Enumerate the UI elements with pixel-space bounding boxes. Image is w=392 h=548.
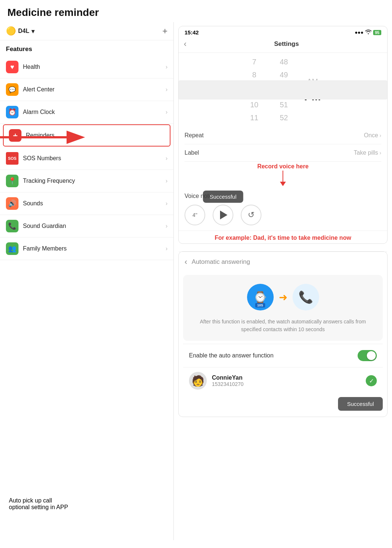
nav-bar-settings: ‹ Settings — [179, 37, 387, 53]
family-icon: 👥 — [6, 242, 18, 255]
brand-icon: 🟡 — [6, 26, 16, 36]
watch-circle: ⌚ 10S — [247, 284, 274, 310]
right-panel: 15:42 ●●● 95 ‹ Settings 6 — [174, 22, 392, 540]
back-button[interactable]: ‹ — [184, 39, 186, 49]
sounds-icon: 🔊 — [6, 197, 18, 210]
time-picker[interactable]: 6 7 8 9 10 11 12 47 48 49 50 51 52 53 — [179, 53, 387, 127]
picker-min-47[interactable]: 47 — [275, 53, 293, 56]
repeat-chevron-icon: › — [379, 132, 381, 138]
chevron-right-icon: › — [166, 155, 168, 162]
picker-min-53[interactable]: 53 — [275, 124, 293, 127]
status-icons: ●●● 95 — [355, 29, 381, 36]
picker-hour-6[interactable]: 6 — [245, 53, 264, 56]
sound-guardian-icon: 📞 — [6, 220, 18, 232]
auto-back-button[interactable]: ‹ — [185, 257, 187, 267]
add-button[interactable]: + — [162, 26, 168, 36]
sos-label: SOS Numbers — [23, 155, 166, 162]
left-panel: 🟡 D4L ▾ + Features ♥ Health › 💬 Alert Ce… — [0, 22, 174, 540]
watch-icon: ⌚ 10S — [247, 284, 274, 310]
picker-hour-9[interactable]: 9 — [245, 81, 264, 98]
repeat-label: Repeat — [185, 132, 364, 139]
picker-hour-7[interactable]: 7 — [245, 56, 264, 68]
watch-10s-label: 10S — [255, 303, 265, 307]
chevron-right-icon: › — [166, 200, 168, 207]
sidebar-item-sound-guardian[interactable]: 📞 Sound Guardian › — [0, 215, 173, 238]
picker-min-52[interactable]: 52 — [275, 111, 293, 124]
chevron-right-icon: › — [166, 223, 168, 229]
bottom-toast-area: Successful — [183, 397, 383, 411]
phone-call-emoji: 📞 — [298, 290, 313, 304]
alert-label: Alert Center — [23, 86, 166, 93]
sidebar-item-family-members[interactable]: 👥 Family Members › — [0, 238, 173, 260]
voice-note-section: Voice note 4'' Successful ↺ — [179, 188, 387, 231]
repeat-row[interactable]: Repeat Once › — [185, 127, 381, 144]
settings-phone-section: 15:42 ●●● 95 ‹ Settings 6 — [178, 26, 388, 244]
voice-reset-button[interactable]: ↺ — [241, 205, 261, 225]
chevron-right-icon: › — [166, 178, 168, 184]
features-heading: Features — [0, 40, 173, 56]
status-bar: 15:42 ●●● 95 — [179, 26, 387, 37]
contact-info: ConnieYan 15323410270 — [212, 374, 366, 387]
health-icon: ♥ — [6, 61, 18, 73]
ampm-picker-col[interactable]: AM PM — [304, 75, 321, 105]
record-annotation-text: Record voice here — [185, 163, 381, 170]
sidebar-item-alert-center[interactable]: 💬 Alert Center › — [0, 78, 173, 101]
toast-text: Successful — [203, 191, 243, 203]
sidebar-item-sos-numbers[interactable]: SOS SOS Numbers › — [0, 147, 173, 170]
chevron-right-icon: › — [166, 64, 168, 70]
hour-picker-col[interactable]: 6 7 8 9 10 11 12 — [245, 53, 264, 127]
picker-min-51[interactable]: 51 — [275, 98, 293, 111]
page-title: Medicine reminder — [0, 0, 392, 22]
sidebar-item-tracking-frequency[interactable]: 📍 Tracking Frequency › — [0, 170, 173, 192]
picker-hour-11[interactable]: 11 — [245, 111, 264, 124]
brand-dropdown-icon[interactable]: ▾ — [31, 28, 34, 35]
contact-name: ConnieYan — [212, 374, 366, 381]
label-field-label: Label — [185, 149, 354, 156]
menu-list: ♥ Health › 💬 Alert Center › ⏰ Alarm Cloc… — [0, 56, 173, 260]
play-button-wrap: Successful — [213, 205, 233, 225]
sound-guardian-label: Sound Guardian — [23, 223, 166, 229]
toast-popup: Successful — [203, 191, 243, 203]
picker-hour-8[interactable]: 8 — [245, 68, 264, 81]
voice-play-button[interactable] — [213, 205, 233, 225]
alert-icon: 💬 — [6, 83, 18, 96]
sidebar-item-alarm-clock[interactable]: ⏰ Alarm Clock › — [0, 101, 173, 124]
brand-name: D4L — [18, 28, 29, 34]
sidebar-item-health[interactable]: ♥ Health › — [0, 56, 173, 78]
enable-auto-answer-label: Enable the auto answer function — [189, 352, 358, 359]
alarm-label: Alarm Clock — [23, 109, 166, 115]
enable-auto-answer-toggle[interactable] — [358, 350, 377, 361]
picker-min-49[interactable]: 49 — [275, 68, 293, 81]
chevron-right-icon: › — [166, 86, 168, 93]
enable-auto-answer-row: Enable the auto answer function — [183, 344, 383, 367]
chevron-right-icon: › — [166, 245, 168, 252]
brand-label[interactable]: 🟡 D4L ▾ — [6, 26, 34, 36]
avatar-icon: 🧑 — [192, 375, 205, 387]
watch-call-illustration: ⌚ 10S ➜ 📞 — [247, 284, 319, 310]
health-label: Health — [23, 64, 166, 70]
picker-hour-12[interactable]: 12 — [245, 124, 264, 127]
bottom-toast-text: Successful — [338, 397, 383, 411]
picker-min-50[interactable]: 50 — [275, 81, 293, 98]
battery-badge: 95 — [373, 30, 381, 35]
nav-title: Settings — [191, 40, 382, 48]
contact-row[interactable]: 🧑 ConnieYan 15323410270 ✓ — [183, 367, 383, 394]
contact-check-icon: ✓ — [366, 375, 377, 386]
status-time: 15:42 — [185, 29, 199, 36]
contact-avatar: 🧑 — [189, 372, 207, 390]
picker-min-48[interactable]: 48 — [275, 56, 293, 68]
call-icon: 📞 — [293, 284, 319, 310]
picker-pm[interactable]: PM — [304, 88, 321, 105]
auto-answer-nav: ‹ Automatic answering — [179, 252, 387, 272]
orange-arrow: ➜ — [279, 291, 287, 303]
auto-answer-description: After this function is enabled, the watc… — [189, 318, 377, 333]
voice-duration: 4'' — [185, 205, 205, 225]
voice-annotation-area: Record voice here — [179, 162, 387, 186]
left-header: 🟡 D4L ▾ + — [0, 22, 173, 40]
watch-emoji: ⌚ — [253, 291, 267, 304]
sidebar-item-sounds[interactable]: 🔊 Sounds › — [0, 192, 173, 215]
picker-hour-10[interactable]: 10 — [245, 98, 264, 111]
picker-am[interactable]: AM — [305, 75, 320, 88]
minute-picker-col[interactable]: 47 48 49 50 51 52 53 — [275, 53, 293, 127]
label-row[interactable]: Label Take pills › — [185, 144, 381, 162]
